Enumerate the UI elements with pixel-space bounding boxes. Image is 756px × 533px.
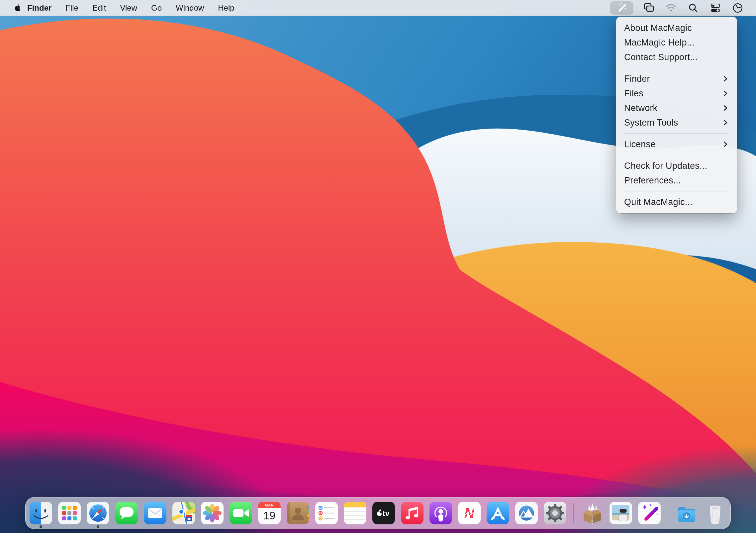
chevron-right-icon (723, 104, 728, 112)
menu-bar: Finder File Edit View Go Window Help (0, 0, 756, 16)
dock-apple-tv[interactable]: tv (372, 502, 395, 524)
clock-icon[interactable] (731, 1, 745, 15)
dock-app-cleaner[interactable] (515, 502, 538, 524)
menu-item-check-for-updates[interactable]: Check for Updates... (616, 159, 737, 173)
menu-item-system-tools[interactable]: System Tools (616, 115, 737, 130)
macmagic-wand-icon[interactable] (610, 1, 633, 15)
menu-bar-item-view[interactable]: View (113, 0, 144, 16)
menu-separator (624, 155, 728, 155)
control-center-icon[interactable] (709, 1, 722, 15)
dock-downloads-folder[interactable] (675, 502, 698, 524)
macmagic-dropdown-menu: About MacMagic MacMagic Help... Contact … (616, 17, 737, 213)
dock-trash[interactable] (704, 502, 726, 524)
calendar-day: 19 (263, 509, 276, 522)
chevron-right-icon (723, 119, 728, 126)
dock: 280 MAR (25, 497, 731, 529)
menu-separator (624, 68, 728, 68)
dock-calendar[interactable]: MAR 19 (258, 502, 281, 524)
gear-icon (546, 504, 564, 522)
dock-photos[interactable] (201, 502, 224, 524)
menu-bar-status-area (610, 1, 745, 15)
interstate-shield: 280 (186, 515, 192, 521)
menu-item-files[interactable]: Files (616, 86, 737, 101)
menu-item-network[interactable]: Network (616, 101, 737, 115)
menu-item-about-macmagic[interactable]: About MacMagic (616, 21, 737, 35)
chevron-right-icon (723, 75, 728, 82)
menu-item-preferences[interactable]: Preferences... (616, 173, 737, 188)
dock-system-preferences[interactable] (544, 502, 566, 524)
dock-messages[interactable] (115, 502, 138, 524)
dock-notes[interactable] (344, 502, 366, 524)
chevron-right-icon (723, 141, 728, 148)
dock-news[interactable]: N (458, 502, 481, 524)
calendar-month: MAR (265, 503, 274, 507)
running-indicator (40, 525, 42, 528)
menu-separator (624, 191, 728, 191)
menu-item-finder[interactable]: Finder (616, 71, 737, 86)
dock-mail[interactable] (144, 502, 166, 524)
svg-text:280: 280 (186, 517, 191, 521)
menu-bar-item-window[interactable]: Window (169, 0, 211, 16)
dock-separator (668, 503, 668, 523)
stacked-windows-icon[interactable] (642, 1, 656, 15)
dock-macmagic[interactable] (638, 502, 661, 524)
menu-bar-item-file[interactable]: File (58, 0, 85, 16)
dock-facetime[interactable] (230, 502, 252, 524)
dock-music[interactable] (401, 502, 424, 524)
wifi-icon[interactable] (664, 1, 678, 15)
chevron-right-icon (723, 90, 728, 97)
running-indicator (97, 525, 99, 528)
menu-bar-item-go[interactable]: Go (144, 0, 169, 16)
dock-safari[interactable] (87, 502, 109, 524)
tv-label: tv (383, 509, 390, 518)
search-icon[interactable] (686, 1, 700, 15)
dock-maps[interactable]: 280 (172, 502, 195, 524)
dock-launchpad[interactable] (58, 502, 81, 524)
menu-item-quit-macmagic[interactable]: Quit MacMagic... (616, 195, 737, 209)
dock-image-viewer[interactable] (610, 502, 632, 524)
dock-app-store[interactable] (487, 502, 509, 524)
menu-item-macmagic-help[interactable]: MacMagic Help... (616, 35, 737, 50)
dock-finder[interactable] (30, 502, 52, 524)
apple-logo-icon[interactable] (14, 4, 21, 12)
menu-separator (624, 133, 728, 134)
dock-reminders[interactable] (315, 502, 338, 524)
menu-bar-left: Finder File Edit View Go Window Help (14, 0, 241, 16)
dock-contacts[interactable] (287, 502, 309, 524)
menu-bar-item-help[interactable]: Help (211, 0, 241, 16)
menu-bar-app-name[interactable]: Finder (27, 0, 58, 16)
dock-separator (573, 503, 574, 523)
menu-bar-item-edit[interactable]: Edit (85, 0, 113, 16)
dock-podcasts[interactable] (429, 502, 452, 524)
menu-item-contact-support[interactable]: Contact Support... (616, 50, 737, 64)
dock-archiver[interactable] (581, 502, 604, 524)
menu-item-license[interactable]: License (616, 137, 737, 152)
